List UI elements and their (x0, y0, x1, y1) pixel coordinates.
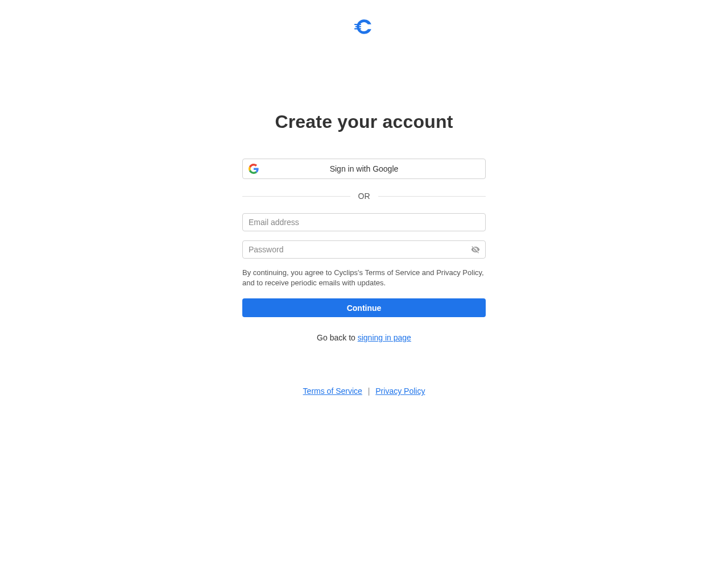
terms-of-service-link[interactable]: Terms of Service (303, 386, 362, 396)
footer-separator: | (365, 386, 374, 396)
email-field[interactable] (242, 213, 486, 231)
privacy-policy-link[interactable]: Privacy Policy (375, 386, 425, 396)
svg-rect-0 (354, 24, 361, 25)
google-signin-button[interactable]: Sign in with Google (242, 159, 486, 179)
footer-links: Terms of Service | Privacy Policy (242, 386, 486, 396)
continue-button[interactable]: Continue (242, 298, 486, 317)
divider-line-left (242, 196, 350, 197)
google-signin-label: Sign in with Google (243, 164, 485, 173)
divider: OR (242, 192, 486, 201)
page-title: Create your account (242, 111, 486, 132)
signing-in-link[interactable]: signing in page (358, 333, 411, 342)
password-field[interactable] (242, 240, 486, 259)
cyclips-logo (354, 18, 374, 38)
divider-text: OR (350, 192, 378, 201)
google-icon (249, 164, 259, 174)
go-back-prefix: Go back to (317, 333, 358, 342)
divider-line-right (378, 196, 486, 197)
terms-text: By continuing, you agree to Cyclips's Te… (242, 268, 486, 288)
go-back-text: Go back to signing in page (242, 333, 486, 342)
svg-rect-1 (355, 26, 361, 27)
visibility-off-icon[interactable] (471, 245, 480, 254)
svg-rect-2 (354, 28, 361, 30)
